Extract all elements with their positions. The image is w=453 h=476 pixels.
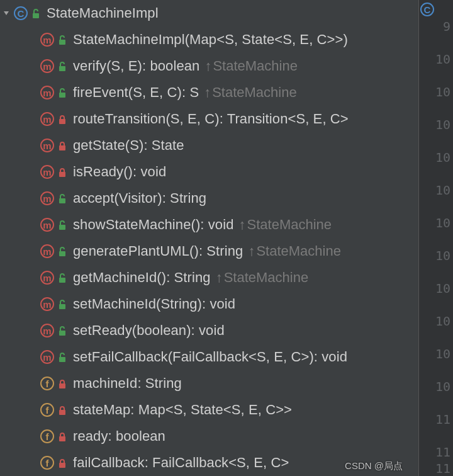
svg-rect-15 bbox=[59, 410, 65, 415]
member-signature: setReady(boolean): void bbox=[73, 322, 225, 339]
method-row[interactable]: msetMachineId(String): void bbox=[0, 291, 418, 317]
svg-rect-5 bbox=[59, 145, 65, 150]
svg-rect-17 bbox=[59, 463, 65, 468]
inherited-from-label: StateMachine bbox=[216, 269, 309, 286]
method-badge-icon: m bbox=[40, 297, 54, 311]
member-signature: setMachineId(String): void bbox=[73, 296, 235, 312]
method-badge-icon: m bbox=[40, 191, 54, 205]
field-badge-icon: f bbox=[40, 403, 54, 417]
line-number: 10 bbox=[435, 150, 450, 165]
public-access-icon bbox=[58, 60, 67, 72]
method-row[interactable]: mfireEvent(S, E, C): SStateMachine bbox=[0, 79, 418, 106]
method-row[interactable]: maccept(Visitor): String bbox=[0, 185, 418, 212]
method-row[interactable]: mStateMachineImpl(Map<S, State<S, E, C>>… bbox=[0, 26, 418, 53]
inherited-from-label: StateMachine bbox=[239, 217, 332, 233]
structure-tree[interactable]: C StateMachineImpl mStateMachineImpl(Map… bbox=[0, 0, 418, 476]
public-access-icon bbox=[58, 351, 67, 363]
public-access-icon bbox=[31, 8, 40, 19]
public-access-icon bbox=[58, 219, 67, 230]
member-signature: verify(S, E): boolean bbox=[73, 58, 199, 74]
inherited-from-label: StateMachine bbox=[204, 58, 298, 74]
member-signature: stateMap: Map<S, State<S, E, C>> bbox=[73, 402, 292, 418]
svg-rect-10 bbox=[59, 278, 65, 283]
method-row[interactable]: misReady(): void bbox=[0, 159, 418, 185]
line-number: 10 bbox=[435, 52, 450, 67]
method-row[interactable]: mverify(S, E): booleanStateMachine bbox=[0, 53, 418, 79]
inherited-from-label: StateMachine bbox=[248, 243, 341, 259]
method-badge-icon: m bbox=[40, 244, 54, 258]
svg-rect-7 bbox=[59, 198, 65, 203]
member-signature: failCallback: FailCallback<S, E, C> bbox=[73, 455, 289, 471]
method-badge-icon: m bbox=[40, 139, 54, 152]
method-row[interactable]: mshowStateMachine(): voidStateMachine bbox=[0, 212, 418, 238]
method-row[interactable]: mgetState(S): State bbox=[0, 132, 418, 159]
member-signature: ready: boolean bbox=[73, 428, 165, 445]
member-signature: getMachineId(): String bbox=[73, 269, 211, 286]
svg-rect-13 bbox=[59, 357, 65, 362]
public-access-icon bbox=[58, 298, 67, 310]
svg-rect-0 bbox=[33, 13, 39, 18]
public-access-icon bbox=[58, 246, 67, 257]
member-signature: StateMachineImpl(Map<S, State<S, E, C>>) bbox=[73, 31, 348, 48]
public-access-icon bbox=[58, 34, 67, 45]
watermark-text: CSDN @局点 bbox=[345, 460, 403, 472]
method-badge-icon: m bbox=[40, 165, 54, 179]
member-signature: showStateMachine(): void bbox=[73, 217, 234, 233]
private-access-icon bbox=[58, 457, 67, 468]
method-badge-icon: m bbox=[40, 59, 54, 73]
inherited-from-label: StateMachine bbox=[204, 84, 297, 101]
private-access-icon bbox=[58, 431, 67, 442]
class-name-label: StateMachineImpl bbox=[47, 5, 159, 21]
svg-rect-14 bbox=[59, 383, 65, 388]
method-badge-icon: m bbox=[40, 271, 54, 285]
svg-rect-11 bbox=[59, 304, 65, 309]
method-badge-icon: m bbox=[40, 86, 54, 99]
class-header-row[interactable]: C StateMachineImpl bbox=[0, 0, 418, 26]
svg-rect-2 bbox=[59, 66, 65, 71]
member-signature: generatePlantUML(): String bbox=[73, 243, 243, 259]
line-number: 11 bbox=[435, 412, 450, 427]
field-row[interactable]: fready: boolean bbox=[0, 423, 418, 450]
svg-rect-1 bbox=[59, 40, 65, 45]
method-row[interactable]: msetReady(boolean): void bbox=[0, 317, 418, 344]
line-number: 11 bbox=[435, 461, 450, 476]
line-number: 10 bbox=[435, 84, 450, 99]
method-badge-icon: m bbox=[40, 350, 54, 364]
private-access-icon bbox=[58, 140, 67, 151]
svg-rect-9 bbox=[59, 251, 65, 256]
editor-gutter: C 91010101010101010101010111111 bbox=[418, 0, 453, 476]
line-number: 10 bbox=[435, 314, 450, 329]
method-row[interactable]: mrouteTransition(S, E, C): Transition<S,… bbox=[0, 106, 418, 132]
field-row[interactable]: fmachineId: String bbox=[0, 370, 418, 397]
member-signature: getState(S): State bbox=[73, 137, 184, 154]
line-number: 10 bbox=[435, 215, 450, 230]
svg-rect-6 bbox=[59, 172, 65, 177]
collapse-arrow-icon[interactable] bbox=[0, 9, 13, 17]
line-number: 10 bbox=[435, 346, 450, 361]
svg-rect-12 bbox=[59, 331, 65, 336]
method-badge-icon: m bbox=[40, 112, 54, 126]
svg-rect-8 bbox=[59, 225, 65, 230]
method-row[interactable]: msetFailCallback(FailCallback<S, E, C>):… bbox=[0, 344, 418, 370]
public-access-icon bbox=[58, 272, 67, 283]
field-badge-icon: f bbox=[40, 377, 54, 390]
method-badge-icon: m bbox=[40, 218, 54, 232]
class-badge-icon: C bbox=[420, 3, 438, 16]
field-badge-icon: f bbox=[40, 456, 54, 470]
field-row[interactable]: fstateMap: Map<S, State<S, E, C>> bbox=[0, 397, 418, 423]
line-number: 10 bbox=[435, 117, 450, 132]
method-row[interactable]: mgetMachineId(): StringStateMachine bbox=[0, 264, 418, 291]
private-access-icon bbox=[58, 404, 67, 416]
member-signature: setFailCallback(FailCallback<S, E, C>): … bbox=[73, 349, 347, 365]
public-access-icon bbox=[58, 87, 67, 98]
line-number: 10 bbox=[435, 281, 450, 296]
private-access-icon bbox=[58, 166, 67, 178]
line-number: 9 bbox=[443, 19, 450, 34]
class-badge-icon: C bbox=[14, 6, 28, 20]
public-access-icon bbox=[58, 325, 67, 336]
svg-rect-4 bbox=[59, 119, 65, 124]
method-badge-icon: m bbox=[40, 324, 54, 337]
private-access-icon bbox=[58, 113, 67, 125]
method-row[interactable]: mgeneratePlantUML(): StringStateMachine bbox=[0, 238, 418, 264]
private-access-icon bbox=[58, 378, 67, 389]
